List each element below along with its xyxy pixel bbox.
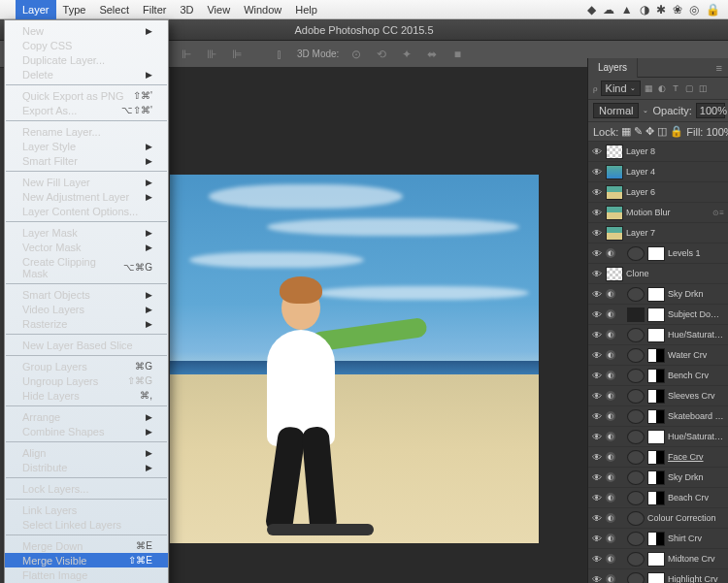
layer-mask-thumbnail[interactable] [647, 348, 665, 363]
visibility-toggle-icon[interactable]: 👁 [588, 187, 606, 198]
layer-name[interactable]: Shirt Crv [668, 534, 724, 543]
menu-item-rasterize[interactable]: Rasterize▶ [5, 316, 168, 331]
layer-thumbnail[interactable] [606, 185, 623, 200]
layer-row[interactable]: 👁◐Sleeves Crv [588, 386, 728, 406]
layer-mask-thumbnail[interactable] [647, 409, 665, 424]
menu-item-new-adjustment-layer[interactable]: New Adjustment Layer▶ [5, 189, 168, 204]
visibility-toggle-icon[interactable]: 👁 [588, 493, 606, 503]
canvas-area[interactable] [170, 68, 587, 583]
layer-mask-thumbnail[interactable] [647, 430, 665, 444]
visibility-toggle-icon[interactable]: 👁 [588, 309, 606, 320]
layer-row[interactable]: 👁Layer 4 [588, 162, 728, 182]
tray-icon[interactable]: ❀ [673, 3, 682, 16]
menu-window[interactable]: Window [237, 0, 288, 19]
menu-item-flatten-image[interactable]: Flatten Image [5, 567, 168, 582]
lock-all-icon[interactable]: 🔒 [670, 125, 683, 138]
tray-icon[interactable]: ☁ [603, 3, 614, 16]
layer-thumbnail[interactable] [606, 145, 623, 159]
menu-help[interactable]: Help [288, 0, 324, 19]
lock-paint-icon[interactable]: ✎ [634, 125, 643, 138]
menu-item-new[interactable]: New▶ [5, 23, 168, 38]
menu-item-arrange[interactable]: Arrange▶ [5, 409, 168, 424]
menu-item-delete[interactable]: Delete▶ [5, 67, 168, 81]
layer-row[interactable]: 👁◐Shirt Crv [588, 529, 728, 549]
visibility-toggle-icon[interactable]: 👁 [588, 228, 606, 239]
layer-row[interactable]: 👁◐Highlight Crv [588, 569, 728, 583]
menu-item-new-fill-layer[interactable]: New Fill Layer▶ [5, 175, 168, 189]
visibility-toggle-icon[interactable]: 👁 [588, 289, 606, 300]
layer-row[interactable]: 👁Motion Blur⊙≡ [588, 203, 728, 223]
layer-row[interactable]: 👁◐Sky Drkn [588, 468, 728, 488]
layer-thumbnail[interactable] [627, 572, 645, 584]
layer-thumbnail[interactable] [606, 226, 623, 241]
lock-trans-icon[interactable]: ▦ [621, 125, 631, 138]
layer-row[interactable]: 👁◐Bench Crv [588, 366, 728, 386]
layer-row[interactable]: 👁Clone [588, 264, 728, 284]
menu-item-group-layers[interactable]: Group Layers⌘G [5, 359, 168, 373]
menu-item-new-layer-based-slice[interactable]: New Layer Based Slice [5, 338, 168, 352]
tray-icon[interactable]: ◆ [587, 3, 596, 16]
menu-layer[interactable]: Layer [16, 0, 56, 19]
visibility-toggle-icon[interactable]: 👁 [588, 411, 606, 422]
layer-row[interactable]: 👁◐Levels 1 [588, 243, 728, 264]
layer-row[interactable]: 👁◐Hue/Saturation 1 [588, 325, 728, 345]
layer-row[interactable]: 👁◐Water Crv [588, 345, 728, 366]
layer-row[interactable]: 👁◐Face Crv [588, 447, 728, 468]
layer-mask-thumbnail[interactable] [647, 328, 665, 342]
visibility-toggle-icon[interactable]: 👁 [588, 534, 606, 544]
opacity-input[interactable]: 100% [696, 103, 725, 118]
layer-name[interactable]: Skateboard Crv [668, 411, 724, 421]
menu-item-vector-mask[interactable]: Vector Mask▶ [5, 240, 168, 254]
menu-item-rename-layer[interactable]: Rename Layer... [5, 124, 168, 139]
layer-mask-thumbnail[interactable] [647, 369, 665, 383]
menu-filter[interactable]: Filter [136, 0, 173, 19]
visibility-toggle-icon[interactable]: 👁 [588, 269, 606, 279]
layer-thumbnail[interactable] [606, 165, 623, 179]
visibility-toggle-icon[interactable]: 👁 [588, 330, 606, 340]
visibility-toggle-icon[interactable]: 👁 [588, 208, 606, 218]
layer-name[interactable]: Beach Crv [668, 493, 724, 502]
layer-row[interactable]: 👁◐Midtone Crv [588, 549, 728, 569]
layer-row[interactable]: 👁◐Colour Correction [588, 508, 728, 529]
layers-tab[interactable]: Layers [588, 58, 638, 78]
layer-thumbnail[interactable] [627, 430, 645, 444]
3d-icon[interactable]: ✦ [399, 47, 414, 62]
layer-thumbnail[interactable] [627, 246, 645, 261]
layer-mask-thumbnail[interactable] [647, 532, 665, 546]
layer-row[interactable]: 👁Layer 8 [588, 142, 728, 162]
layer-thumbnail[interactable] [627, 328, 645, 342]
layer-mask-thumbnail[interactable] [647, 389, 665, 404]
layer-name[interactable]: Clone [626, 269, 724, 278]
layer-row[interactable]: 👁◐Beach Crv [588, 488, 728, 508]
layer-thumbnail[interactable] [627, 511, 645, 526]
align-icon[interactable]: ⊫ [229, 47, 245, 62]
3d-icon[interactable]: ⊙ [348, 47, 364, 62]
visibility-toggle-icon[interactable]: 👁 [588, 350, 606, 361]
layer-name[interactable]: Face Crv [668, 452, 724, 462]
layer-mask-thumbnail[interactable] [647, 450, 665, 465]
layer-thumbnail[interactable] [627, 552, 645, 567]
menu-item-merge-visible[interactable]: Merge Visible⇧⌘E [5, 553, 168, 567]
blend-mode-select[interactable]: Normal [593, 103, 639, 118]
menu-item-quick-export-as-png[interactable]: Quick Export as PNG⇧⌘' [5, 88, 168, 103]
visibility-toggle-icon[interactable]: 👁 [588, 513, 606, 524]
visibility-toggle-icon[interactable]: 👁 [588, 146, 606, 157]
menu-3d[interactable]: 3D [173, 0, 200, 19]
filter-pixel-icon[interactable]: ▦ [644, 83, 654, 94]
layer-thumbnail[interactable] [627, 308, 645, 322]
panel-menu-icon[interactable]: ≡ [716, 62, 722, 74]
layer-mask-thumbnail[interactable] [647, 491, 665, 505]
document-canvas[interactable] [170, 175, 539, 543]
layer-mask-thumbnail[interactable] [647, 308, 665, 322]
layer-name[interactable]: Hue/Saturation 2 [668, 432, 724, 441]
layer-name[interactable]: Motion Blur [626, 208, 712, 217]
layer-thumbnail[interactable] [627, 287, 645, 302]
layer-thumbnail[interactable] [627, 470, 645, 485]
layer-row[interactable]: 👁Layer 6 [588, 182, 728, 203]
layer-name[interactable]: Bench Crv [668, 371, 724, 380]
menu-item-hide-layers[interactable]: Hide Layers⌘, [5, 388, 168, 403]
lock-pos-icon[interactable]: ✥ [645, 125, 654, 138]
menu-view[interactable]: View [200, 0, 237, 19]
layer-name[interactable]: Levels 1 [668, 248, 724, 258]
filter-smart-icon[interactable]: ◫ [698, 83, 709, 94]
